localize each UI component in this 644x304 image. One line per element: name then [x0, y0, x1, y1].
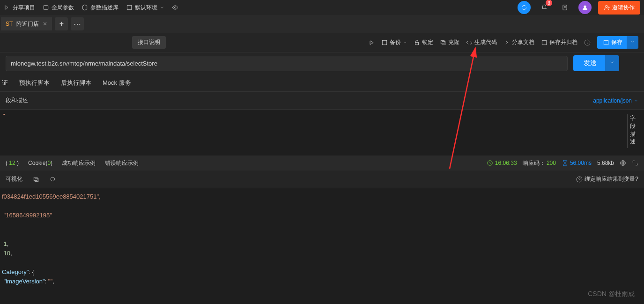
tab-error-example[interactable]: 错误响应示例	[105, 159, 139, 167]
global-params[interactable]: 全局参数	[43, 4, 74, 12]
param-label: 参数描述库	[90, 4, 118, 12]
result-meta: 16:06:33 响应码： 200 56.00ms 5.68kb	[487, 159, 638, 167]
backup-label: 备份	[390, 38, 401, 46]
globe-icon[interactable]	[620, 160, 626, 166]
content-type-selector[interactable]: application/json	[593, 97, 638, 104]
svg-point-17	[51, 177, 54, 181]
tab-mock[interactable]: Mock 服务	[103, 79, 131, 87]
api-description-button[interactable]: 接口说明	[132, 36, 166, 49]
disk-icon	[603, 39, 609, 46]
svg-rect-7	[415, 42, 419, 44]
response-time: 16:06:33	[487, 160, 517, 166]
tab-auth[interactable]: 证	[2, 79, 8, 87]
svg-point-18	[577, 177, 582, 182]
svg-point-2	[174, 7, 176, 8]
close-icon[interactable]: ✕	[43, 21, 47, 27]
add-tab[interactable]: +	[55, 17, 68, 30]
bell-badge: 3	[546, 0, 552, 6]
search-icon[interactable]	[50, 176, 56, 183]
env-selector[interactable]: 默认环境	[126, 4, 164, 12]
play-icon	[368, 39, 375, 46]
archive-button[interactable]: 保存并归档	[541, 38, 577, 46]
share-project[interactable]: 分享项目	[4, 4, 35, 12]
note-button[interactable]	[558, 0, 572, 15]
lock-icon	[414, 39, 420, 46]
bind-label: 绑定响应结果到变量?	[585, 175, 638, 183]
invite-label: 邀请协作	[612, 4, 635, 12]
expand-icon[interactable]	[632, 160, 638, 166]
content-type-label: application/json	[593, 97, 632, 104]
tab-method: ST	[6, 21, 13, 27]
url-input[interactable]	[6, 56, 568, 71]
gencode-button[interactable]: 生成代码	[466, 38, 497, 46]
sharedoc-button[interactable]: 分享文档	[503, 38, 534, 46]
info-icon[interactable]	[584, 39, 591, 46]
tab-cookie[interactable]: Cookie(0)	[28, 160, 52, 166]
share-label: 分享项目	[13, 4, 35, 12]
clone-label: 克隆	[448, 38, 459, 46]
chevron-down-icon	[403, 39, 407, 46]
svg-rect-12	[604, 40, 608, 44]
tab-name: 附近门店	[16, 20, 39, 28]
save-label: 保存	[611, 38, 622, 46]
send-dropdown[interactable]	[605, 55, 619, 71]
tab-bar: ST 附近门店 ✕ + ⋯	[0, 15, 644, 33]
lock-button[interactable]: 锁定	[414, 38, 433, 46]
cube-icon	[81, 4, 88, 11]
svg-rect-1	[127, 5, 131, 9]
code-icon	[466, 39, 473, 46]
svg-rect-15	[35, 178, 38, 181]
global-label: 全局参数	[52, 4, 74, 12]
action-bar: 接口说明 备份 锁定 克隆 生成代码 分享文档 保存并归档	[0, 33, 644, 52]
tab-headers[interactable]: ( 12 )	[6, 160, 19, 166]
clock-icon	[487, 160, 493, 166]
tab-more[interactable]: ⋯	[71, 17, 84, 30]
response-body[interactable]: f034824f1ed105569ee8854021751", "1658649…	[0, 188, 644, 290]
response-status: 响应码： 200	[523, 159, 556, 167]
bell-button[interactable]: 3	[537, 0, 551, 15]
right-actions: 备份 锁定 克隆 生成代码 分享文档 保存并归档 保存	[368, 36, 638, 49]
chevron-down-icon	[610, 59, 614, 66]
send-button[interactable]: 发送	[573, 55, 607, 71]
note-icon	[562, 4, 568, 11]
response-size: 5.68kb	[597, 160, 614, 166]
request-body-editor[interactable]: " 字 段 描 述	[0, 110, 644, 156]
tab-prescript[interactable]: 预执行脚本	[19, 79, 50, 87]
api-tab[interactable]: ST 附近门店 ✕	[1, 17, 52, 30]
question-icon	[576, 176, 583, 183]
save-button[interactable]: 保存	[597, 36, 628, 49]
svg-rect-0	[44, 5, 48, 9]
svg-rect-9	[441, 40, 444, 44]
url-bar: 发送	[0, 52, 644, 74]
run-button[interactable]	[368, 39, 375, 46]
user-icon	[582, 4, 588, 11]
lock-label: 锁定	[422, 38, 433, 46]
save-dropdown[interactable]	[627, 36, 638, 49]
invite-button[interactable]: 邀请协作	[598, 1, 640, 15]
field-desc-side[interactable]: 字 段 描 述	[627, 114, 636, 148]
bind-result[interactable]: 绑定响应结果到变量?	[576, 175, 638, 183]
copy-icon[interactable]	[33, 176, 39, 183]
clone-button[interactable]: 克隆	[440, 38, 459, 46]
tab-success-example[interactable]: 成功响应示例	[62, 159, 96, 167]
backup-button[interactable]: 备份	[381, 38, 407, 46]
watermark: CSDN @杜雨成	[588, 290, 635, 298]
send-label: 发送	[584, 59, 597, 67]
svg-rect-10	[542, 40, 546, 44]
param-lib[interactable]: 参数描述库	[81, 4, 118, 12]
hourglass-icon	[562, 160, 568, 166]
request-tabs: 证 预执行脚本 后执行脚本 Mock 服务	[0, 74, 644, 92]
result-tabs: ( 12 ) Cookie(0) 成功响应示例 错误响应示例	[6, 159, 139, 167]
avatar[interactable]	[578, 1, 592, 14]
eye-toggle[interactable]	[172, 4, 178, 11]
sync-button[interactable]	[518, 1, 531, 14]
view-visual[interactable]: 可视化	[6, 175, 22, 183]
svg-rect-6	[382, 40, 386, 44]
top-right-group: 3 邀请协作	[518, 0, 640, 15]
copy-icon	[440, 39, 446, 46]
field-desc-label: 段和描述	[6, 96, 28, 104]
globe-icon	[43, 4, 49, 11]
archive-label: 保存并归档	[549, 38, 577, 46]
tab-postscript[interactable]: 后执行脚本	[61, 79, 91, 87]
svg-point-5	[606, 5, 608, 7]
